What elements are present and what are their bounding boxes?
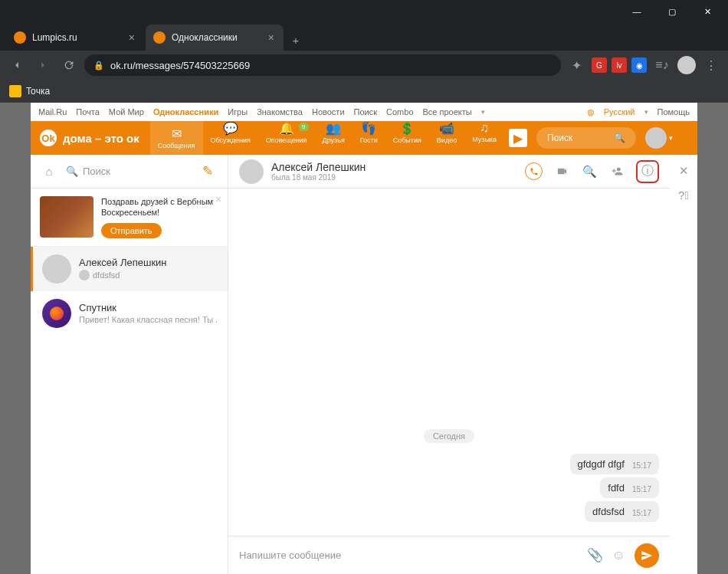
close-chat-button[interactable]: ✕ [679,164,689,178]
topbar-mailru[interactable]: Mail.Ru [38,107,67,116]
profile-avatar[interactable] [677,56,696,74]
topbar-search[interactable]: Поиск [354,107,377,116]
menu-button[interactable]: ⋮ [700,54,722,76]
topbar-mymir[interactable]: Мой Мир [109,107,144,116]
emoji-button[interactable]: ☺ [612,548,625,563]
message-bubble[interactable]: dfdsfsd15:17 [585,501,659,522]
nav-item-6[interactable]: 📹Видео [429,121,464,155]
nav-search-placeholder: Поиск [547,133,572,143]
nav-item-3[interactable]: 👥Друзья [315,121,353,155]
message-input[interactable]: Напишите сообщение [239,549,578,561]
promo-close-icon[interactable]: × [215,193,221,205]
chat-search-button[interactable]: 🔍 [581,163,598,180]
topbar-news[interactable]: Новости [312,107,345,116]
attach-button[interactable]: 📎 [587,547,603,563]
sidebar: ⌂ 🔍 Поиск ✎ Поздравь друзей с Вербным Во… [31,155,228,574]
tab-ok[interactable]: Одноклассники × [146,25,284,51]
add-person-button[interactable] [608,163,625,180]
conversation-item[interactable]: Алексей Лепешкинdfdsfsd [31,247,228,291]
message-row: fdfd15:17 [239,477,659,498]
nav-play-button[interactable]: ▶ [509,129,527,147]
own-avatar-icon [79,270,90,280]
win-minimize[interactable]: — [619,0,654,23]
nav-label: Сообщения [158,142,195,149]
nav-item-7[interactable]: ♫Музыка [464,121,504,155]
conv-name: Спутник [79,302,218,313]
win-close[interactable]: ✕ [690,0,725,23]
nav-search[interactable]: Поиск 🔍 [536,127,636,149]
nav-icon: 👣 [361,121,376,136]
nav-item-2[interactable]: 🔔Оповещения9 [258,121,315,155]
topbar-ok[interactable]: Одноклассники [153,107,218,116]
topbar-lang[interactable]: Русский [604,107,635,116]
promo-image [40,196,93,238]
tab-title: Одноклассники [172,32,238,43]
extensions-icon[interactable]: ✦ [566,54,587,76]
topbar-help[interactable]: Помощь [657,107,690,116]
date-separator: Сегодня [424,429,474,443]
tab-lumpics[interactable]: Lumpics.ru × [6,25,144,51]
conv-last-message: dfdsfsd [79,270,218,280]
nav-label: Оповещения [266,136,307,144]
forward-button[interactable] [32,54,54,76]
bookmark-label: Toчка [26,86,50,97]
message-text: fdfd [608,482,625,494]
bookmark-tochka[interactable]: Toчка [9,85,50,97]
message-bubble[interactable]: gfdgdf dfgf15:17 [570,454,659,474]
new-tab-button[interactable]: + [285,29,307,51]
back-button[interactable] [6,54,28,76]
reload-button[interactable] [58,54,80,76]
tab-strip: Lumpics.ru × Одноклассники × + [0,23,728,51]
chat-avatar[interactable] [239,159,264,184]
ext-icon-3[interactable]: ◉ [631,57,647,73]
help-chat-button[interactable]: ?⃝ [678,189,689,202]
nav-label: Видео [437,136,457,144]
topbar-combo[interactable]: Combo [386,107,413,116]
chat-info-button[interactable]: ⓘ [636,160,659,183]
nav-item-4[interactable]: 👣Гости [353,121,385,155]
topbar-mail[interactable]: Почта [76,107,100,116]
url-field[interactable]: 🔒 ok.ru/messages/574503225669 [84,54,561,76]
topbar-dating[interactable]: Знакомства [257,107,303,116]
promo-send-button[interactable]: Отправить [101,223,162,238]
nav-item-5[interactable]: 💲События [385,121,429,155]
topbar-games[interactable]: Игры [228,107,248,116]
topbar-projects[interactable]: Все проекты [423,107,472,116]
message-bubble[interactable]: fdfd15:17 [600,477,659,498]
sidebar-search-placeholder: Поиск [83,166,110,177]
side-actions: ✕ ?⃝ [670,155,697,574]
sidebar-home-button[interactable]: ⌂ [40,162,58,181]
conv-name: Алексей Лепешкин [79,257,218,268]
message-text: dfdsfsd [592,506,625,517]
chat-messages: Сегодня gfdgdf dfgf15:17fdfd15:17dfdsfsd… [228,189,670,536]
tab-title: Lumpics.ru [32,32,77,43]
nav-icon: 💲 [399,121,415,136]
nav-avatar[interactable] [645,127,667,149]
search-icon: 🔍 [614,133,625,143]
url-text: ok.ru/messages/574503225669 [110,60,250,71]
nav-icon: 💬 [223,121,238,136]
favicon-icon [14,31,26,44]
ext-icon-2[interactable]: lv [612,57,627,73]
message-time: 15:17 [632,461,651,470]
ok-logo[interactable]: Ok дома – это ок [40,130,139,146]
call-button[interactable] [525,162,543,180]
address-bar: 🔒 ok.ru/messages/574503225669 ✦ G lv ◉ ≡… [0,51,728,80]
reading-list-icon[interactable]: ≡♪ [651,54,673,76]
compose-button[interactable]: ✎ [197,161,218,182]
sidebar-search[interactable]: 🔍 Поиск [58,166,197,177]
nav-item-0[interactable]: ✉Сообщения [150,121,203,155]
send-button[interactable] [635,543,659,568]
nav-item-1[interactable]: 💬Обсуждения [203,121,258,155]
bookmark-icon [9,85,21,97]
conversation-item[interactable]: СпутникПривет! Какая классная песня! Ты … [31,291,228,336]
nav-icon: 📹 [439,121,454,136]
tab-close-icon[interactable]: × [267,30,276,45]
tab-close-icon[interactable]: × [127,30,136,45]
video-call-button[interactable] [553,163,570,180]
favicon-icon [153,31,166,44]
win-maximize[interactable]: ▢ [654,0,690,23]
chat-panel: Алексей Лепешкин была 18 мая 2019 🔍 ⓘ Се… [228,155,670,574]
ext-icon-1[interactable]: G [592,57,607,73]
message-time: 15:17 [632,509,651,517]
